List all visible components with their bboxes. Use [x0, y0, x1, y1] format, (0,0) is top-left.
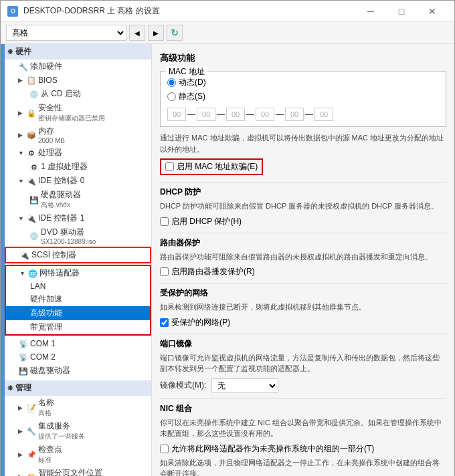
checkpoint-info: 检查点 标准: [38, 444, 62, 465]
mac-octet-1[interactable]: [167, 108, 186, 121]
forward-button[interactable]: ▶: [148, 25, 164, 41]
tree-advanced-features[interactable]: 高级功能: [6, 306, 150, 320]
maximize-button[interactable]: □: [386, 1, 417, 22]
title-bar: ⚙ DESKTOP-DODRSRR 上 高格 的设置 ─ □ ✕: [1, 1, 454, 22]
refresh-button[interactable]: ↻: [167, 25, 183, 41]
tree-bios[interactable]: ▶ 📋 BIOS: [5, 74, 151, 87]
mac-sep-3: —: [246, 110, 254, 119]
tree-add-hardware[interactable]: 🔧 添加硬件: [5, 60, 151, 74]
network-group: ▼ 🌐 网络适配器 LAN 硬件加速 高级功能 带宽管理: [5, 265, 151, 336]
mac-static-option[interactable]: 静态(S): [167, 91, 439, 102]
close-button[interactable]: ✕: [417, 1, 448, 22]
mac-input-row: — — — — —: [167, 108, 439, 121]
port-mirroring-title: 端口镜像: [160, 338, 446, 350]
mac-spoofing-checkbox[interactable]: [165, 162, 174, 171]
hardware-chevron: ❋: [7, 48, 13, 55]
tree-processor[interactable]: ▼ ⚙ 处理器: [5, 146, 151, 160]
tree-com1[interactable]: 📡 COM 1: [5, 337, 151, 350]
nic-team-checkbox[interactable]: [160, 445, 169, 453]
title-bar-controls: ─ □ ✕: [355, 1, 448, 22]
minimize-button[interactable]: ─: [355, 1, 386, 22]
bios-info: BIOS: [38, 76, 58, 85]
dhcp-guard-label: 启用 DHCP 保护(H): [171, 216, 242, 227]
bios-icon: 📋: [26, 75, 37, 86]
tree-integration[interactable]: ▶ 🔧 集成服务 提供了一些服务: [5, 419, 151, 443]
scsi-icon: 🔌: [19, 250, 30, 261]
tree-com2[interactable]: 📡 COM 2: [5, 350, 151, 364]
tree-virtual-proc[interactable]: ⚙ 1 虚拟处理器: [5, 160, 151, 174]
nic-team-checkbox-group: 允许将此网络适配器作为未亮操作系统中的组的一部分(T): [160, 443, 446, 455]
tree-bandwidth[interactable]: 带宽管理: [6, 320, 150, 334]
ide0-info: IDE 控制器 0: [38, 175, 84, 187]
name-arrow: ▶: [18, 404, 26, 411]
memory-info: 内存 2000 MB: [38, 126, 65, 144]
tree-scsi[interactable]: 🔌 SCSI 控制器: [5, 247, 151, 263]
management-section-header[interactable]: ❋ 管理: [5, 380, 151, 396]
security-arrow: ▶: [18, 110, 26, 116]
mac-sep-5: —: [305, 110, 313, 119]
window-icon: ⚙: [7, 6, 18, 17]
checkpoint-arrow: ▶: [18, 451, 26, 458]
title-bar-left: ⚙ DESKTOP-DODRSRR 上 高格 的设置: [7, 5, 160, 17]
tree-lan[interactable]: LAN: [6, 280, 150, 292]
tree-ide1[interactable]: ▼ 🔌 IDE 控制器 1: [5, 211, 151, 225]
mac-dynamic-label: 动态(D): [179, 77, 206, 88]
tree-checkpoint[interactable]: ▶ 📌 检查点 标准: [5, 443, 151, 466]
router-guard-title: 路由器保护: [160, 237, 446, 249]
mac-dynamic-option[interactable]: 动态(D): [167, 77, 439, 88]
hardware-section-header[interactable]: ❋ 硬件: [5, 44, 151, 60]
protected-network-section: 受保护的网络 如果检测到网络连接已断开，则将此虚拟机移到其他群集节点。 受保护的…: [160, 287, 446, 328]
tree-memory[interactable]: ▶ 📦 内存 2000 MB: [5, 124, 151, 146]
port-mirroring-desc: 端口镜像可允许监视虚拟机的网络流量，方法是复制传入和传出的数据包，然后将这些副本…: [160, 352, 446, 374]
memory-icon: 📦: [26, 130, 37, 140]
protected-network-title: 受保护的网络: [160, 287, 446, 299]
mac-octet-6[interactable]: [314, 108, 333, 121]
com1-icon: 📡: [18, 338, 29, 349]
mac-spoofing-checkbox-group: 启用 MAC 地址欺骗(E): [160, 158, 263, 175]
divider-1: [160, 182, 446, 183]
router-guard-checkbox[interactable]: [160, 267, 169, 276]
boot-icon: 💿: [29, 89, 39, 100]
router-guard-checkbox-group: 启用路由器播发保护(R): [160, 266, 446, 277]
dvd-icon: 💿: [29, 231, 39, 241]
mac-dynamic-radio[interactable]: [167, 78, 176, 87]
mac-section: MAC 地址 动态(D) 静态(S) —: [160, 71, 446, 127]
tree-name[interactable]: ▶ 📝 名称 高格: [5, 396, 151, 419]
tree-filelocation[interactable]: ▶ 📁 智能分页文件位置 C:\ProgramData\Microsoft\Wi…: [5, 466, 151, 476]
bios-arrow: ▶: [18, 77, 26, 84]
processor-arrow: ▼: [18, 150, 26, 156]
mac-octet-2[interactable]: [197, 108, 215, 121]
mac-octet-5[interactable]: [285, 108, 304, 121]
security-icon: 🔒: [26, 108, 37, 118]
tree-boot[interactable]: 💿 从 CD 启动: [5, 87, 151, 101]
mac-static-radio[interactable]: [167, 92, 176, 101]
mirror-mode-select[interactable]: 无 源 目标 完整: [211, 378, 278, 393]
nic-team-note: 如果清除此选项，并且物理网络适配器之一停止工作，在未亮操作系统中创建的组合将会断…: [160, 457, 446, 477]
processor-info: 处理器: [38, 147, 62, 158]
hardware-label: 硬件: [15, 46, 31, 57]
mac-octet-4[interactable]: [256, 108, 274, 121]
filelocation-info: 智能分页文件位置 C:\ProgramData\Microsoft\Window…: [38, 467, 132, 476]
tree-ide0[interactable]: ▼ 🔌 IDE 控制器 0: [5, 174, 151, 188]
tree-harddisk[interactable]: 💾 硬盘驱动器 高格.vhdx: [5, 188, 151, 211]
tree-dvd[interactable]: 💿 DVD 驱动器 SX1200-12889.iso: [5, 225, 151, 247]
tree-diskdrive[interactable]: 💾 磁盘驱动器: [5, 364, 151, 378]
protected-network-checkbox[interactable]: [160, 318, 169, 327]
network-arrow: ▼: [19, 270, 27, 277]
dhcp-guard-checkbox[interactable]: [160, 217, 169, 226]
tree-hw-accel[interactable]: 硬件加速: [6, 292, 150, 306]
nic-team-title: NIC 组合: [160, 403, 446, 414]
mac-octet-3[interactable]: [226, 108, 245, 121]
tree-network[interactable]: ▼ 🌐 网络适配器: [6, 266, 150, 280]
back-button[interactable]: ◀: [129, 25, 145, 41]
divider-2: [160, 233, 446, 233]
vm-selector[interactable]: 高格: [6, 25, 126, 41]
port-mirroring-section: 端口镜像 端口镜像可允许监视虚拟机的网络流量，方法是复制传入和传出的数据包，然后…: [160, 338, 446, 393]
mac-sep-4: —: [276, 110, 284, 119]
integration-arrow: ▶: [18, 428, 26, 435]
router-guard-desc: 路由器保护功能可阻除来自假冒路由器的未授权虚拟机的路由器播发和重定向消息。: [160, 251, 446, 263]
toolbar: 高格 ◀ ▶ ↻: [1, 22, 454, 44]
integration-icon: 🔧: [26, 426, 37, 437]
mac-spoofing-desc: 通过进行 MAC 地址欺骗，虚拟机可以将传出数据包中的源 MAC 地址更改为分配…: [160, 132, 446, 154]
tree-security[interactable]: ▶ 🔒 安全性 密钥存储驱动器已禁用: [5, 101, 151, 124]
